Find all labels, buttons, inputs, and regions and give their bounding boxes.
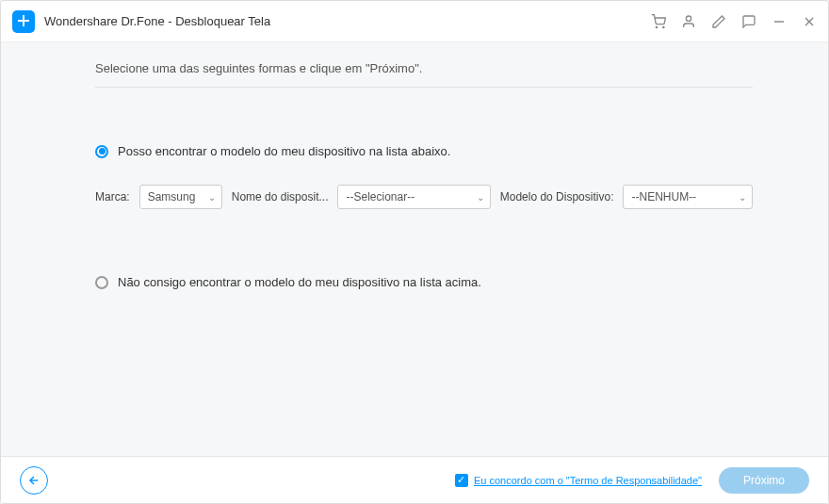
device-model-label: Modelo do Dispositivo: <box>500 190 614 203</box>
device-form-row: Marca: Samsung ⌄ Nome do disposit... --S… <box>95 185 753 209</box>
option-cannot-find-model[interactable]: Não consigo encontrar o modelo do meu di… <box>95 275 753 289</box>
brand-label: Marca: <box>95 190 130 203</box>
option1-label: Posso encontrar o modelo do meu disposit… <box>118 144 450 158</box>
app-window: Wondershare Dr.Fone - Desbloquear Tela S… <box>0 0 829 504</box>
svg-point-1 <box>663 26 664 27</box>
device-name-value: --Selecionar-- <box>346 190 414 203</box>
feedback-icon[interactable] <box>741 14 756 29</box>
edit-icon[interactable] <box>711 14 726 29</box>
main-content: Selecione uma das seguintes formas e cli… <box>1 42 828 456</box>
radio-unselected-icon[interactable] <box>95 276 108 289</box>
app-logo-icon <box>12 10 35 33</box>
device-name-dropdown[interactable]: --Selecionar-- ⌄ <box>337 185 490 209</box>
agreement-checkbox[interactable]: ✓ <box>455 474 468 487</box>
device-model-dropdown[interactable]: --NENHUM-- ⌄ <box>623 185 753 209</box>
device-name-label: Nome do disposit... <box>232 190 329 203</box>
agreement-link[interactable]: Eu concordo com o "Termo de Responsabili… <box>474 475 702 486</box>
back-button[interactable] <box>20 466 48 495</box>
chevron-down-icon: ⌄ <box>208 192 216 203</box>
titlebar: Wondershare Dr.Fone - Desbloquear Tela <box>1 1 828 42</box>
brand-value: Samsung <box>148 190 196 203</box>
option-find-model[interactable]: Posso encontrar o modelo do meu disposit… <box>95 144 753 158</box>
option2-label: Não consigo encontrar o modelo do meu di… <box>118 275 481 289</box>
user-icon[interactable] <box>681 14 696 29</box>
next-button[interactable]: Próximo <box>719 467 809 494</box>
instruction-text: Selecione uma das seguintes formas e cli… <box>95 61 753 88</box>
agreement-block: ✓ Eu concordo com o "Termo de Responsabi… <box>455 474 702 487</box>
chevron-down-icon: ⌄ <box>739 192 746 203</box>
close-icon[interactable] <box>802 14 817 29</box>
footer: ✓ Eu concordo com o "Termo de Responsabi… <box>1 456 828 503</box>
chevron-down-icon: ⌄ <box>477 192 484 203</box>
radio-selected-icon[interactable] <box>95 145 108 158</box>
svg-point-2 <box>686 16 691 21</box>
minimize-icon[interactable] <box>772 14 787 29</box>
app-title: Wondershare Dr.Fone - Desbloquear Tela <box>44 14 651 28</box>
svg-point-0 <box>656 26 657 27</box>
titlebar-actions <box>651 14 817 29</box>
cart-icon[interactable] <box>651 14 666 29</box>
device-model-value: --NENHUM-- <box>631 190 696 203</box>
brand-dropdown[interactable]: Samsung ⌄ <box>139 185 222 209</box>
